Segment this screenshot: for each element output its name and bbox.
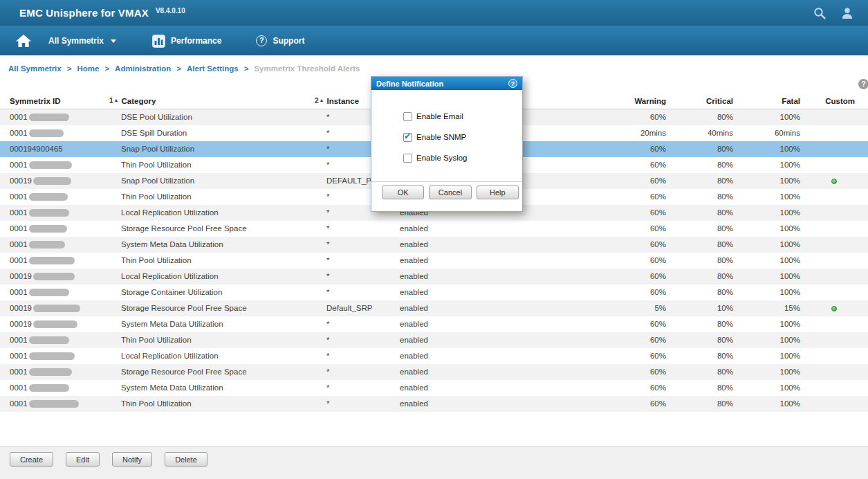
nav-all-symmetrix[interactable]: All Symmetrix: [48, 36, 116, 46]
table-row[interactable]: 0001 Storage Container Utilization * ena…: [0, 284, 868, 300]
fatal-cell: 100%: [733, 189, 800, 205]
critical-cell: 80%: [666, 380, 733, 396]
symmetrix-id-cell: 0001: [0, 332, 107, 348]
symmetrix-id-text: 0001: [10, 288, 28, 296]
custom-cell: [800, 173, 868, 189]
status-cell: enabled: [386, 284, 462, 300]
redaction-blur: [33, 320, 77, 328]
breadcrumb-administration[interactable]: Administration: [115, 64, 171, 73]
custom-cell: [800, 269, 868, 284]
fatal-cell: 15%: [733, 300, 800, 316]
critical-cell: 80%: [666, 316, 733, 332]
column-fatal[interactable]: Fatal: [733, 93, 800, 109]
category-cell: Local Replication Utilization: [107, 348, 313, 364]
app-window: EMC Unisphere for VMAX V8.4.0.10 All Sym…: [0, 0, 868, 479]
column-category[interactable]: 1▲ Category: [107, 93, 313, 109]
symmetrix-id-text: 0001: [10, 336, 28, 344]
help-button[interactable]: Help: [477, 186, 519, 199]
enable-snmp-checkbox[interactable]: Enable SNMP: [403, 132, 522, 143]
table-row[interactable]: 0001 Storage Resource Pool Free Space * …: [0, 221, 868, 237]
breadcrumb-separator: >: [244, 64, 249, 73]
custom-cell: [800, 237, 868, 253]
sort-indicator-2: 2▲: [315, 93, 324, 109]
column-critical[interactable]: Critical: [666, 93, 733, 109]
category-cell: Thin Pool Utilization: [107, 253, 313, 269]
symmetrix-id-text: 0001: [10, 368, 28, 376]
critical-cell: 80%: [666, 157, 733, 173]
critical-cell: 80%: [666, 253, 733, 269]
sort-asc-icon: ▲: [114, 93, 119, 108]
symmetrix-id-text: 0001: [10, 224, 28, 233]
fatal-cell: 100%: [733, 396, 800, 412]
custom-cell: [800, 316, 868, 332]
custom-cell: [800, 125, 868, 141]
custom-cell: [800, 253, 868, 269]
performance-icon: [152, 35, 165, 48]
enable-email-checkbox[interactable]: Enable Email: [403, 111, 522, 122]
table-row[interactable]: 0001 Storage Resource Pool Free Space * …: [0, 364, 868, 380]
sort-indicator-1: 1▲: [109, 93, 119, 109]
table-row[interactable]: 0001 System Meta Data Utilization * enab…: [0, 237, 868, 253]
redaction-blur: [29, 114, 69, 121]
table-row[interactable]: 00019 Storage Resource Pool Free Space D…: [0, 300, 868, 316]
warning-cell: 60%: [462, 364, 666, 380]
delete-button[interactable]: Delete: [165, 452, 207, 467]
critical-cell: 40mins: [666, 125, 733, 141]
category-cell: System Meta Data Utilization: [107, 237, 313, 253]
notify-button[interactable]: Notify: [112, 452, 152, 467]
column-custom[interactable]: Custom: [800, 93, 868, 109]
cancel-button[interactable]: Cancel: [429, 186, 471, 199]
symmetrix-id-cell: 00019: [0, 173, 107, 189]
create-button[interactable]: Create: [10, 452, 53, 467]
redaction-blur: [33, 177, 71, 185]
search-icon[interactable]: [813, 6, 827, 20]
user-icon[interactable]: [840, 6, 854, 20]
table-row[interactable]: 0001 Local Replication Utilization * ena…: [0, 348, 868, 364]
status-cell: enabled: [386, 253, 462, 269]
breadcrumb-separator: >: [67, 64, 72, 73]
dialog-body: Enable Email Enable SNMP Enable Syslog O…: [371, 90, 522, 199]
define-notification-dialog: Define Notification ? Enable Email Enabl…: [371, 76, 523, 212]
critical-cell: 80%: [666, 173, 733, 189]
breadcrumb-alert-settings[interactable]: Alert Settings: [187, 64, 239, 73]
ok-button[interactable]: OK: [382, 186, 424, 199]
dialog-help-icon[interactable]: ?: [508, 79, 517, 88]
nav-performance[interactable]: Performance: [152, 35, 221, 48]
dialog-titlebar[interactable]: Define Notification ?: [371, 77, 522, 90]
fatal-cell: 100%: [733, 364, 800, 380]
nav-support[interactable]: ? Support: [256, 35, 304, 46]
category-cell: Thin Pool Utilization: [107, 157, 313, 173]
redaction-blur: [29, 352, 75, 360]
redaction-blur: [29, 241, 65, 248]
redaction-blur: [29, 161, 72, 169]
breadcrumb-home[interactable]: Home: [77, 64, 99, 73]
table-row[interactable]: 0001 Thin Pool Utilization * enabled 60%…: [0, 396, 868, 412]
enable-syslog-checkbox[interactable]: Enable Syslog: [403, 152, 522, 163]
fatal-cell: 100%: [733, 284, 800, 300]
breadcrumb-all-symmetrix[interactable]: All Symmetrix: [8, 64, 62, 73]
column-symmetrix-id[interactable]: Symmetrix ID: [0, 93, 107, 109]
warning-cell: 60%: [462, 348, 666, 364]
table-row[interactable]: 0001 Thin Pool Utilization * enabled 60%…: [0, 332, 868, 348]
symmetrix-id-cell: 0001: [0, 109, 107, 125]
table-row[interactable]: 00019 Local Replication Utilization * en…: [0, 269, 868, 284]
custom-indicator-dot: [831, 306, 837, 311]
symmetrix-id-cell: 00019: [0, 316, 107, 332]
symmetrix-id-cell: 0001: [0, 189, 107, 205]
table-row[interactable]: 0001 Thin Pool Utilization * enabled 60%…: [0, 253, 868, 269]
custom-cell: [800, 364, 868, 380]
page-help-icon[interactable]: ?: [858, 79, 868, 89]
category-cell: Storage Resource Pool Free Space: [107, 300, 313, 316]
table-row[interactable]: 0001 System Meta Data Utilization * enab…: [0, 380, 868, 396]
custom-indicator-dot: [831, 179, 837, 184]
redaction-blur: [29, 336, 69, 344]
fatal-cell: 100%: [733, 253, 800, 269]
critical-cell: 80%: [666, 109, 733, 125]
edit-button[interactable]: Edit: [66, 452, 100, 467]
home-button[interactable]: [15, 34, 32, 48]
fatal-cell: 100%: [733, 316, 800, 332]
status-cell: enabled: [386, 348, 462, 364]
table-row[interactable]: 00019 System Meta Data Utilization * ena…: [0, 316, 868, 332]
chevron-down-icon: [111, 39, 116, 43]
instance-cell: *: [313, 316, 386, 332]
